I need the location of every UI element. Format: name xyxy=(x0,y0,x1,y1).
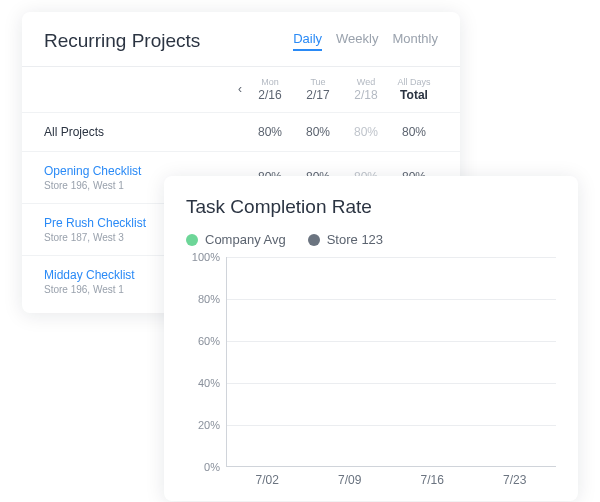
y-tick-label: 0% xyxy=(204,461,220,473)
swatch-icon xyxy=(186,234,198,246)
x-tick-label: 7/16 xyxy=(391,473,474,487)
date-dow: Tue xyxy=(294,77,342,88)
gridline xyxy=(227,383,556,384)
bars-container xyxy=(227,257,556,467)
date-val: Total xyxy=(390,88,438,102)
legend-item-company-avg: Company Avg xyxy=(186,232,286,247)
x-tick-label: 7/23 xyxy=(474,473,557,487)
date-dow: All Days xyxy=(390,77,438,88)
legend-item-store: Store 123 xyxy=(308,232,383,247)
gridline xyxy=(227,341,556,342)
gridline xyxy=(227,425,556,426)
chart-plot: 100%80%60%40%20%0% xyxy=(186,257,556,467)
cell: 80% xyxy=(246,125,294,139)
tab-daily[interactable]: Daily xyxy=(293,31,322,51)
date-val: 2/16 xyxy=(246,88,294,102)
tab-monthly[interactable]: Monthly xyxy=(392,31,438,51)
date-col: Wed 2/18 xyxy=(342,77,390,102)
legend-label: Store 123 xyxy=(327,232,383,247)
date-col: Mon 2/16 xyxy=(246,77,294,102)
all-projects-row: All Projects 80% 80% 80% 80% xyxy=(22,112,460,151)
y-axis: 100%80%60%40%20%0% xyxy=(186,257,226,467)
date-col-total: All Days Total xyxy=(390,77,438,102)
date-dow: Wed xyxy=(342,77,390,88)
cell: 80% xyxy=(294,125,342,139)
y-tick-label: 20% xyxy=(198,419,220,431)
row-name: All Projects xyxy=(44,125,246,139)
date-header-row: ‹ Mon 2/16 Tue 2/17 Wed 2/18 All Days To… xyxy=(22,67,460,112)
y-tick-label: 40% xyxy=(198,377,220,389)
swatch-icon xyxy=(308,234,320,246)
gridline xyxy=(227,299,556,300)
x-axis: 7/027/097/167/23 xyxy=(226,473,556,487)
gridline xyxy=(227,257,556,258)
recurring-header: Recurring Projects Daily Weekly Monthly xyxy=(22,12,460,66)
x-tick-label: 7/09 xyxy=(309,473,392,487)
task-completion-card: Task Completion Rate Company Avg Store 1… xyxy=(164,176,578,501)
x-tick-label: 7/02 xyxy=(226,473,309,487)
cell: 80% xyxy=(390,125,438,139)
date-dow: Mon xyxy=(246,77,294,88)
legend-label: Company Avg xyxy=(205,232,286,247)
y-tick-label: 80% xyxy=(198,293,220,305)
cell: 80% xyxy=(342,125,390,139)
date-col: Tue 2/17 xyxy=(294,77,342,102)
y-tick-label: 100% xyxy=(192,251,220,263)
chart-title: Task Completion Rate xyxy=(186,196,556,218)
y-tick-label: 60% xyxy=(198,335,220,347)
row-values: 80% 80% 80% 80% xyxy=(246,125,438,139)
date-val: 2/18 xyxy=(342,88,390,102)
tab-weekly[interactable]: Weekly xyxy=(336,31,378,51)
plot-area xyxy=(226,257,556,467)
recurring-tabs: Daily Weekly Monthly xyxy=(293,31,438,51)
chart-legend: Company Avg Store 123 xyxy=(186,232,556,247)
date-val: 2/17 xyxy=(294,88,342,102)
all-projects-label: All Projects xyxy=(44,125,246,139)
recurring-title: Recurring Projects xyxy=(44,30,200,52)
chevron-left-icon[interactable]: ‹ xyxy=(234,82,246,96)
